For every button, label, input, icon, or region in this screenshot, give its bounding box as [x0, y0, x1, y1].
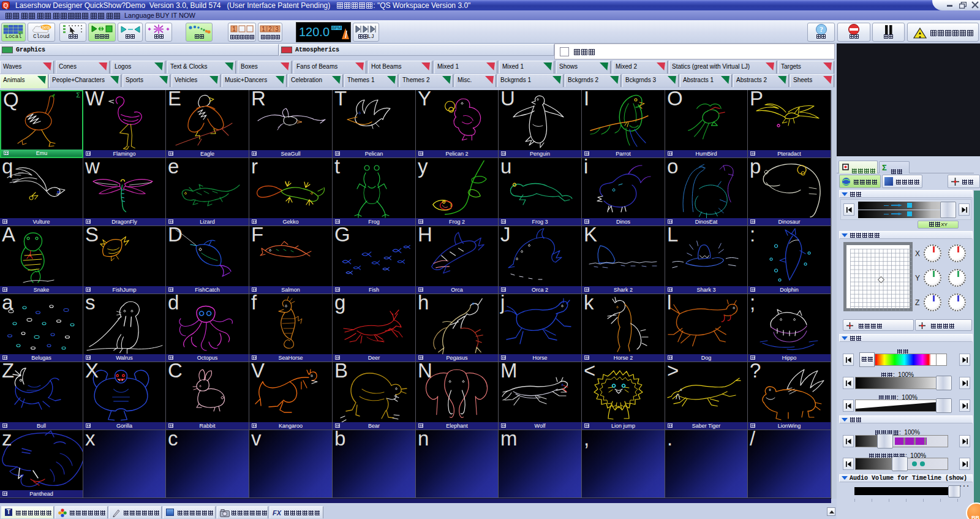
svg-text:3: 3: [275, 26, 279, 32]
svg-text:2: 2: [268, 26, 272, 32]
svg-text:1: 1: [262, 26, 265, 32]
svg-text:beta: beta: [42, 25, 50, 29]
svg-text:1: 1: [232, 26, 236, 32]
svg-text:?: ?: [820, 25, 823, 34]
